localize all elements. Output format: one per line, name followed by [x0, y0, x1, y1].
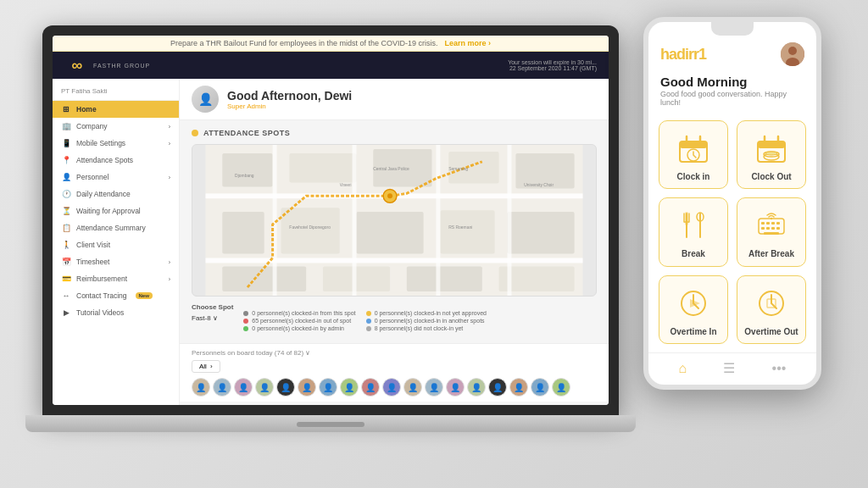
action-card-clock-in[interactable]: Clock in: [659, 120, 728, 189]
avatar-10[interactable]: 👤: [382, 378, 401, 396]
announcement-link[interactable]: Learn more ›: [444, 39, 491, 47]
svg-rect-19: [436, 145, 440, 296]
svg-rect-58: [766, 227, 770, 230]
phone-logo: hadirr1: [660, 46, 706, 64]
sidebar-item-tutorial[interactable]: ▶ Tutorial Videos: [53, 304, 179, 321]
sidebar-item-attendance-summary[interactable]: 📋 Attendance Summary: [53, 219, 179, 236]
avatar-14[interactable]: 👤: [467, 378, 486, 396]
avatar-12[interactable]: 👤: [425, 378, 443, 396]
avatar-8[interactable]: 👤: [340, 378, 359, 396]
sidebar-item-daily-attendance[interactable]: 🕐 Daily Attendance: [53, 186, 179, 202]
filter-row: All ›: [192, 360, 597, 373]
avatar-17[interactable]: 👤: [531, 378, 549, 396]
action-card-after-break[interactable]: After Break: [737, 197, 806, 266]
svg-rect-16: [206, 258, 583, 263]
spots-icon: 📍: [61, 156, 71, 164]
svg-rect-55: [771, 222, 775, 225]
svg-text:Central Java Police: Central Java Police: [373, 167, 409, 171]
avatar-9[interactable]: 👤: [361, 378, 380, 396]
filter-select[interactable]: All ›: [192, 360, 220, 373]
avatar-svg: [781, 42, 804, 66]
logo-area: ∞ FASTHR GROUP: [64, 57, 150, 74]
sidebar-label-personnel: Personnel: [76, 173, 108, 181]
sidebar-item-reimbursement[interactable]: 💳 Reimbursement ›: [53, 270, 179, 287]
sidebar-label-spots: Attendance Spots: [76, 156, 133, 164]
svg-point-22: [387, 193, 392, 198]
action-card-clock-out[interactable]: Clock Out: [737, 120, 806, 189]
company-name: PT Fatiha Sakti: [53, 84, 179, 101]
sidebar-item-contact-tracing[interactable]: ↔ Contact Tracing New: [53, 287, 179, 304]
avatar-15[interactable]: 👤: [488, 378, 507, 396]
overtime-out-label: Overtime Out: [744, 327, 798, 336]
avatar-6[interactable]: 👤: [298, 378, 316, 396]
clock-out-svg: [753, 130, 790, 167]
clock-in-label: Clock in: [677, 172, 710, 181]
personnel-header[interactable]: Personnels on board today (74 of 82) ∨: [192, 349, 597, 357]
nav-list-icon[interactable]: ☰: [723, 360, 735, 376]
user-avatar: 👤: [192, 86, 219, 113]
svg-rect-34: [680, 141, 707, 148]
svg-rect-56: [776, 222, 780, 225]
user-role: Super Admin: [227, 103, 352, 110]
clock-out-icon: [753, 130, 790, 167]
svg-marker-64: [690, 299, 700, 308]
map-legend: 0 personnel(s) clocked-in from this spot…: [243, 303, 487, 335]
sidebar-item-personnel[interactable]: 👤 Personnel ›: [53, 169, 179, 186]
sidebar-label-tutorial: Tutorial Videos: [76, 308, 124, 317]
phone-user-avatar[interactable]: [781, 42, 804, 66]
nav-more-icon[interactable]: •••: [772, 361, 787, 376]
sidebar-item-mobile-settings[interactable]: 📱 Mobile Settings ›: [53, 135, 179, 152]
phone-screen: hadirr1 Good Morning Good food good conv…: [648, 22, 816, 385]
avatar-11[interactable]: 👤: [403, 378, 422, 396]
legend-item-3: 65 personnel(s) clocked-in out of spot: [243, 318, 364, 324]
svg-text:Semarang: Semarang: [448, 167, 468, 171]
legend-item-1: 0 personnel(s) clocked-in from this spot: [243, 310, 364, 316]
sidebar-item-waiting-approval[interactable]: ⏳ Waiting for Approval: [53, 202, 179, 219]
avatar-3[interactable]: 👤: [234, 378, 253, 396]
laptop-screen: Prepare a THR Bailout Fund for employees…: [53, 36, 609, 405]
sidebar-label-company: Company: [76, 122, 107, 130]
section-title-text: ATTENDANCE SPOTS: [203, 129, 290, 137]
spot-text: Fast-8 ∨: [192, 314, 218, 322]
new-badge: New: [136, 292, 153, 299]
daily-icon: 🕐: [61, 190, 71, 198]
svg-rect-8: [357, 212, 424, 253]
avatar-1[interactable]: 👤: [192, 378, 210, 396]
waiting-icon: ⏳: [61, 207, 71, 215]
sidebar-label-summary: Attendance Summary: [76, 224, 146, 232]
avatar-5[interactable]: 👤: [276, 378, 295, 396]
summary-icon: 📋: [61, 224, 71, 232]
avatar-2[interactable]: 👤: [213, 378, 231, 396]
avatar-18[interactable]: 👤: [552, 378, 570, 396]
svg-rect-53: [761, 222, 765, 225]
svg-rect-61: [764, 232, 779, 235]
avatar-4[interactable]: 👤: [255, 378, 274, 396]
tracing-icon: ↔: [61, 291, 71, 300]
personnel-count: Personnels on board today (74 of 82) ∨: [192, 349, 310, 357]
action-card-overtime-out[interactable]: Overtime Out: [737, 275, 806, 344]
sidebar-item-client-visit[interactable]: 🚶 Client Visit: [53, 236, 179, 253]
action-card-overtime-in[interactable]: Overtime In: [659, 275, 728, 344]
clock-in-icon: [675, 130, 712, 167]
avatar-16[interactable]: 👤: [509, 378, 528, 396]
sidebar-item-home[interactable]: ⊞ Home: [53, 101, 179, 118]
after-break-icon: [753, 207, 790, 244]
filter-chevron: ›: [210, 363, 213, 370]
action-card-break[interactable]: Break: [659, 197, 728, 266]
sidebar-item-timesheet[interactable]: 📅 Timesheet ›: [53, 253, 179, 270]
sidebar-item-company[interactable]: 🏢 Company ›: [53, 118, 179, 135]
svg-text:University Choir: University Choir: [524, 183, 554, 187]
sidebar-item-attendance-spots[interactable]: 📍 Attendance Spots: [53, 152, 179, 169]
reimburse-icon: 💳: [61, 274, 71, 283]
personnel-icon: 👤: [61, 173, 71, 181]
legend-text-3: 65 personnel(s) clocked-in out of spot: [252, 318, 351, 324]
spot-value[interactable]: Fast-8 ∨: [192, 314, 233, 322]
svg-text:Djombang: Djombang: [235, 174, 254, 178]
app-header: ∞ FASTHR GROUP Your session will expire …: [53, 52, 609, 79]
laptop: Prepare a THR Bailout Fund for employees…: [42, 25, 653, 466]
svg-text:Favehotel Diponegoro: Favehotel Diponegoro: [289, 225, 331, 230]
filter-text: All: [199, 363, 207, 370]
avatar-13[interactable]: 👤: [446, 378, 465, 396]
nav-home-icon[interactable]: ⌂: [679, 361, 687, 376]
avatar-7[interactable]: 👤: [319, 378, 337, 396]
